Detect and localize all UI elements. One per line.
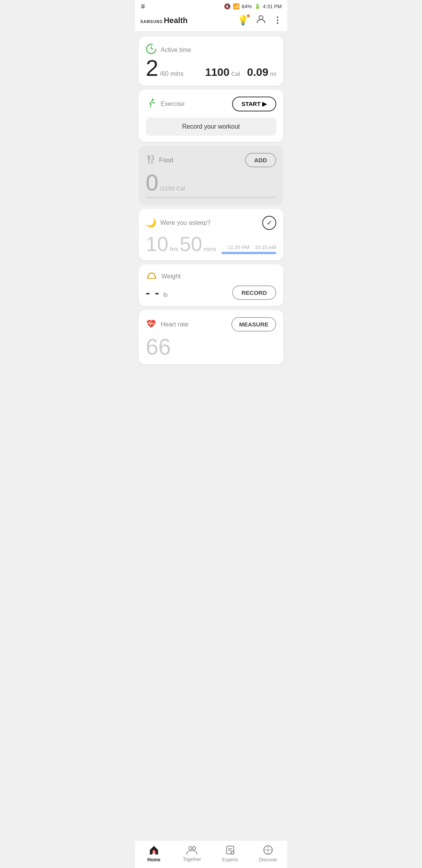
status-right: 🔇 📶 84% 🔋 4:31 PM bbox=[224, 3, 282, 9]
active-time-card: Active time 2/60 mins 1100 Cal 0.09 mi bbox=[139, 36, 283, 86]
sleep-values-row: 10 hrs 50 mins 11:20 PM 10:10 AM bbox=[146, 234, 276, 254]
bulb-button[interactable]: 💡 bbox=[237, 15, 249, 26]
food-goal: /2150 Cal bbox=[160, 185, 185, 192]
distance-value: 0.09 bbox=[247, 66, 268, 78]
battery-icon: 🔋 bbox=[254, 4, 261, 9]
heart-rate-header: Heart rate MEASURE bbox=[146, 317, 276, 332]
profile-icon bbox=[256, 14, 266, 24]
distance-unit: mi bbox=[270, 70, 276, 77]
battery-text: 84% bbox=[242, 4, 252, 9]
sleep-times: 11:20 PM 10:10 AM bbox=[222, 244, 276, 254]
mute-icon: 🔇 bbox=[224, 3, 231, 9]
active-time-goal: /60 mins bbox=[160, 70, 183, 77]
profile-button[interactable] bbox=[256, 14, 266, 27]
sleep-confirm-button[interactable]: ✓ bbox=[262, 216, 276, 230]
food-title: Food bbox=[159, 157, 173, 164]
food-header: Food ADD bbox=[146, 153, 276, 167]
distance-stat: 0.09 mi bbox=[247, 66, 276, 79]
wifi-icon: 📶 bbox=[233, 3, 240, 9]
sleep-duration: 10 hrs 50 mins bbox=[146, 234, 216, 254]
heart-rate-value: 66 bbox=[146, 335, 276, 358]
calories-value: 1100 bbox=[205, 66, 229, 78]
app-bar: SAMSUNG Health 💡 ⋮ bbox=[135, 11, 287, 32]
weight-title: Weight bbox=[161, 273, 181, 280]
more-icon: ⋮ bbox=[273, 15, 282, 25]
active-time-stats: 1100 Cal 0.09 mi bbox=[205, 66, 276, 79]
start-exercise-button[interactable]: START ▶ bbox=[232, 97, 276, 111]
status-left: 🖥 bbox=[140, 3, 146, 9]
food-card: Food ADD 0/2150 Cal bbox=[139, 146, 283, 205]
more-menu-button[interactable]: ⋮ bbox=[273, 15, 282, 25]
heart-rate-number: 66 bbox=[146, 334, 171, 359]
sleep-title: Were you asleep? bbox=[160, 219, 211, 226]
food-value: 0 bbox=[146, 170, 158, 195]
weight-header: Weight bbox=[146, 271, 276, 282]
active-time-values: 2/60 mins 1100 Cal 0.09 mi bbox=[146, 57, 276, 79]
svg-point-0 bbox=[259, 16, 263, 20]
weight-icon bbox=[146, 271, 157, 282]
sleep-start-time: 11:20 PM bbox=[227, 244, 249, 250]
active-time-main: 2/60 mins bbox=[146, 57, 184, 79]
sleep-card: 🌙 Were you asleep? ✓ 10 hrs 50 mins 11:2… bbox=[139, 209, 283, 260]
exercise-header: Exercise START ▶ bbox=[146, 97, 276, 111]
weight-values-row: - - lb RECORD bbox=[146, 285, 276, 300]
sleep-title-row: 🌙 Were you asleep? bbox=[146, 218, 211, 228]
sim-icon: 🖥 bbox=[140, 3, 146, 9]
exercise-title: Exercise bbox=[161, 100, 184, 108]
heart-rate-title-row: Heart rate bbox=[146, 319, 188, 330]
logo-samsung: SAMSUNG bbox=[140, 20, 163, 24]
weight-value: - - lb bbox=[146, 285, 168, 300]
record-weight-button[interactable]: RECORD bbox=[232, 285, 276, 300]
weight-dashes: - - bbox=[146, 285, 160, 299]
heart-rate-card: Heart rate MEASURE 66 bbox=[139, 310, 283, 364]
svg-point-4 bbox=[152, 99, 154, 101]
calories-stat: 1100 Cal bbox=[205, 66, 240, 79]
active-time-title: Active time bbox=[161, 47, 191, 54]
notification-dot bbox=[247, 14, 250, 18]
active-time-header: Active time bbox=[146, 43, 276, 57]
exercise-icon bbox=[146, 98, 157, 110]
exercise-card: Exercise START ▶ Record your workout bbox=[139, 90, 283, 142]
sleep-bar bbox=[222, 252, 276, 254]
food-icon bbox=[146, 154, 155, 167]
sleep-hrs-unit: hrs bbox=[170, 246, 178, 252]
add-food-button[interactable]: ADD bbox=[245, 153, 277, 167]
sleep-hours: 10 bbox=[146, 234, 168, 254]
app-logo: SAMSUNG Health bbox=[140, 16, 188, 25]
status-bar: 🖥 🔇 📶 84% 🔋 4:31 PM bbox=[135, 0, 287, 11]
time-text: 4:31 PM bbox=[263, 4, 282, 9]
weight-unit: lb bbox=[163, 291, 168, 298]
calories-unit: Cal bbox=[231, 70, 240, 77]
sleep-minutes: 50 bbox=[180, 234, 202, 254]
weight-title-row: Weight bbox=[146, 271, 181, 282]
app-bar-icons: 💡 ⋮ bbox=[237, 14, 282, 27]
main-content: Active time 2/60 mins 1100 Cal 0.09 mi bbox=[135, 32, 287, 400]
active-time-value: 2 bbox=[146, 55, 158, 81]
sleep-mins-unit: mins bbox=[204, 246, 216, 252]
active-time-icon bbox=[146, 43, 157, 57]
measure-heart-rate-button[interactable]: MEASURE bbox=[231, 317, 276, 332]
sleep-time-range: 11:20 PM 10:10 AM bbox=[222, 244, 276, 250]
sleep-header: 🌙 Were you asleep? ✓ bbox=[146, 216, 276, 230]
food-title-row: Food bbox=[146, 154, 173, 167]
food-values: 0/2150 Cal bbox=[146, 171, 276, 194]
logo-health: Health bbox=[164, 16, 188, 25]
record-workout-button[interactable]: Record your workout bbox=[146, 118, 276, 136]
heart-rate-title: Heart rate bbox=[161, 321, 188, 328]
sleep-icon: 🌙 bbox=[146, 218, 156, 228]
weight-card: Weight - - lb RECORD bbox=[139, 264, 283, 306]
food-progress-bar bbox=[146, 196, 276, 199]
heart-rate-icon bbox=[146, 319, 157, 330]
exercise-title-row: Exercise bbox=[146, 98, 184, 110]
sleep-end-time: 10:10 AM bbox=[255, 244, 276, 250]
